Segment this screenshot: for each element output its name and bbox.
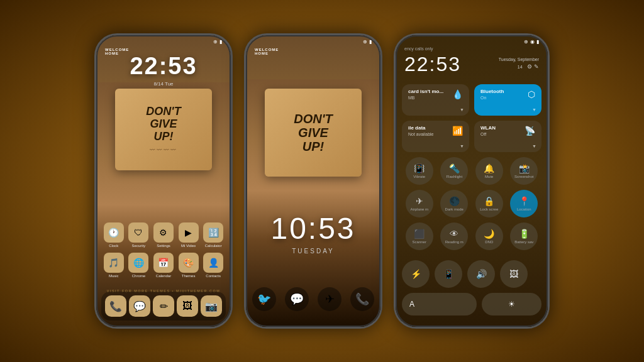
mobiledata-tile-icon: 📶 (452, 126, 463, 136)
clock-date-1: 8/14 Tue (96, 81, 231, 87)
note-text-1: DON'T GIVE UP! (146, 106, 180, 143)
cc-media-4[interactable]: 🖼 (500, 260, 528, 288)
airplane-btn[interactable]: ✈Airplane m (406, 190, 433, 217)
screenshot-btn[interactable]: 📸Screenshot (510, 157, 538, 185)
readingmode-btn[interactable]: 👁Reading m (440, 222, 468, 250)
darkmode-icon: 🌑 (449, 196, 460, 206)
app-themes[interactable]: 🎨Themes (179, 253, 199, 278)
location-icon: 📍 (519, 196, 530, 206)
lockscreen-whatsapp[interactable]: 💬 (285, 287, 309, 311)
tile2-arrow: ▼ (532, 107, 536, 112)
scanner-icon: ⬛ (414, 229, 425, 239)
cc-bottom: ⚡ 📱 🔊 🖼 A ☀ (402, 260, 541, 321)
dock-camera[interactable]: 📷 (201, 295, 222, 317)
flashlight-btn[interactable]: 🔦Flashlight (440, 157, 468, 185)
mute-btn[interactable]: 🔔Mute (475, 157, 503, 185)
music-icon: 🎵 (104, 253, 124, 273)
app-chrome[interactable]: 🌐Chrome (128, 253, 148, 278)
chrome-icon: 🌐 (128, 253, 148, 273)
vibrate-btn[interactable]: 📳Vibrate (406, 157, 433, 185)
vibrate-icon: 📳 (414, 163, 425, 173)
phone-lockscreen: ⊕ ▮ WELCOMEHOME DON'TGIVEUP! 10:53 TUESD… (244, 33, 382, 329)
emergency-text: ency calls only (404, 47, 550, 51)
dock-phone[interactable]: 📞 (105, 295, 126, 317)
app-contacts[interactable]: 👤Contacts (203, 253, 223, 278)
lockscreen-twitter[interactable]: 🐦 (252, 287, 276, 311)
clock-icon: 🕐 (104, 222, 124, 243)
lockscreen-telegram[interactable]: ✈ (318, 287, 341, 311)
cc-tile-bluetooth[interactable]: ⬡ Bluetooth On ▼ (474, 84, 541, 116)
cc-date: Tuesday, September 14 ⚙ ✎ (394, 57, 539, 70)
lightning-icon: ⚡ (411, 269, 421, 279)
app-calculator[interactable]: 🔢Calculator (203, 222, 223, 248)
calendar-icon: 📅 (153, 253, 174, 273)
cc-tile-mobiledata[interactable]: 📶 ile data Not available ▼ (402, 121, 469, 152)
lockscreen-day: TUESDAY (246, 248, 380, 255)
brightness-icon: ☀ (508, 300, 515, 309)
phone-homescreen: ⊕ ▮ 22:53 8/14 Tue WELCOMEHOME DON'T GIV… (94, 33, 233, 329)
app-row-1: 🕐Clock 🛡Security ⚙Settings ▶Mi Video 🔢Ca… (101, 222, 226, 248)
status-bar-3: ⊕ ◉ ▮ (396, 35, 548, 46)
cc-tile-row-2: 📶 ile data Not available ▼ 📡 WLAN Off ▼ (402, 121, 541, 152)
lockscreen-phone[interactable]: 📞 (350, 287, 374, 311)
status-icons-2: ⊕ ▮ (363, 39, 372, 45)
status-icons-1: ⊕ ▮ (213, 39, 222, 45)
batterysaver-btn[interactable]: 🔋Battery sav (510, 222, 538, 250)
app-mivideo[interactable]: ▶Mi Video (179, 222, 199, 248)
tile4-arrow: ▼ (532, 144, 536, 148)
mute-icon: 🔔 (484, 163, 494, 173)
dock-messages[interactable]: 💬 (129, 295, 150, 317)
input-letter: A (409, 300, 414, 309)
cc-media-1[interactable]: ⚡ (402, 260, 430, 288)
lockscreen-btn[interactable]: 🔒Lock scree (475, 190, 503, 217)
tile1-arrow: ▼ (460, 107, 464, 112)
cc-buttons-row-1: 📳Vibrate 🔦Flashlight 🔔Mute 📸Screenshot (402, 157, 541, 185)
dock-gallery[interactable]: 🖼 (177, 295, 198, 317)
app-row-2: 🎵Music 🌐Chrome 📅Calendar 🎨Themes 👤Contac… (101, 253, 226, 278)
settings-icon: ⚙ (153, 222, 174, 243)
dnd-icon: 🌙 (484, 229, 494, 239)
battery-save-icon: 🔋 (519, 229, 530, 239)
bluetooth-icon-2: ⊕ (363, 39, 367, 45)
phone-controlcenter: ⊕ ◉ ▮ ency calls only 22:53 Tuesday, Sep… (394, 33, 550, 329)
app-music[interactable]: 🎵Music (104, 253, 124, 278)
cc-media-2[interactable]: 📱 (435, 260, 462, 288)
wlan-tile-icon: 📡 (525, 126, 535, 136)
cc-tile-data[interactable]: 💧 card isn't mo... MB ▼ (402, 84, 469, 116)
clock-widget-1: 22:53 8/14 Tue (96, 53, 231, 87)
dock-notes[interactable]: ✏ (153, 295, 174, 317)
themes-icon: 🎨 (179, 253, 199, 273)
mivideo-icon: ▶ (179, 222, 199, 243)
speaker-icon: 🔊 (476, 269, 487, 279)
readingmode-icon: 👁 (450, 229, 458, 239)
location-btn[interactable]: 📍Location (510, 190, 538, 217)
scanner-btn[interactable]: ⬛Scanner (406, 222, 433, 250)
cc-buttons-row-3: ⬛Scanner 👁Reading m 🌙DND 🔋Battery sav (402, 222, 541, 250)
app-settings[interactable]: ⚙Settings (153, 222, 174, 248)
note-text-2: DON'TGIVEUP! (294, 112, 332, 153)
clock-time-1: 22:53 (96, 53, 231, 80)
cc-brightness[interactable]: ☀ (482, 293, 541, 315)
security-icon: 🛡 (128, 222, 148, 243)
cc-input-bar[interactable]: A (402, 293, 477, 315)
lockscreen-clock: 10:53 (246, 211, 380, 246)
wifi-icon-3: ◉ (530, 39, 535, 45)
cc-tile-wlan[interactable]: 📡 WLAN Off ▼ (474, 121, 541, 152)
dock-1: 📞 💬 ✏ 🖼 📷 (101, 292, 226, 321)
tile3-arrow: ▼ (460, 144, 464, 148)
cc-tiles: 💧 card isn't mo... MB ▼ ⬡ Bluetooth On ▼… (402, 84, 541, 255)
status-bar-1: ⊕ ▮ (96, 35, 231, 46)
cc-media-row: ⚡ 📱 🔊 🖼 (402, 260, 541, 288)
app-grid-1: 🕐Clock 🛡Security ⚙Settings ▶Mi Video 🔢Ca… (96, 222, 231, 283)
screenshot-icon: 📸 (519, 163, 530, 173)
app-clock[interactable]: 🕐Clock (104, 222, 124, 248)
cc-media-3[interactable]: 🔊 (467, 260, 495, 288)
darkmode-btn[interactable]: 🌑Dark mode (440, 190, 468, 217)
app-security[interactable]: 🛡Security (128, 222, 148, 248)
app-calendar[interactable]: 📅Calendar (153, 253, 174, 278)
contacts-icon: 👤 (203, 253, 223, 273)
dnd-btn[interactable]: 🌙DND (475, 222, 503, 250)
data-tile-icon: 💧 (452, 89, 463, 99)
calculator-icon: 🔢 (203, 222, 223, 243)
welcome-sign: WELCOMEHOME (105, 48, 129, 55)
